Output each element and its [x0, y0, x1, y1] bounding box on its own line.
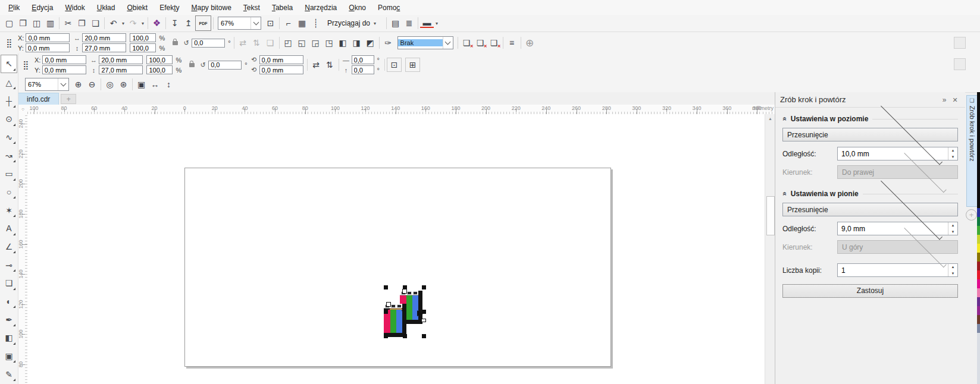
palette-swatch[interactable] [977, 270, 980, 279]
welcome-screen-icon[interactable]: ▬ [420, 18, 434, 28]
weld-icon[interactable]: ◰ [281, 36, 295, 49]
palette-swatch[interactable] [977, 199, 980, 208]
object-y-input[interactable] [26, 43, 70, 52]
spin-down-icon[interactable]: ▼ [948, 229, 957, 235]
object-width-input[interactable] [82, 33, 126, 42]
copies-input[interactable] [838, 264, 948, 276]
parallel-dimension-tool-icon[interactable]: ∠ [1, 238, 17, 256]
show-guidelines-icon[interactable]: ┊ [309, 17, 323, 30]
text-tool-icon[interactable]: A [1, 220, 17, 237]
cut-icon[interactable]: ✂ [61, 17, 75, 30]
palette-swatch[interactable] [977, 190, 980, 199]
smart-fill-tool-icon[interactable]: ▣ [1, 348, 17, 365]
menu-pomoc[interactable]: Pomoc [372, 1, 406, 14]
zoom-level-combo[interactable] [25, 78, 69, 91]
zoom-to-selection-icon[interactable]: ◎ [103, 78, 117, 91]
menu-widok[interactable]: Widok [59, 1, 90, 14]
object-x-input[interactable] [26, 33, 70, 42]
toolbar-overflow-icon[interactable] [954, 37, 966, 49]
palette-swatch[interactable] [977, 235, 980, 244]
selection-handle[interactable] [403, 285, 407, 289]
rectangle-tool-icon[interactable]: ▭ [1, 165, 17, 182]
palette-swatch[interactable] [977, 226, 980, 235]
node-marker[interactable] [386, 302, 391, 307]
menu-narzędzia[interactable]: Narzędzia [299, 1, 343, 14]
transform-height-input[interactable] [99, 65, 143, 74]
selection-center-marker[interactable]: ✕ [401, 307, 406, 313]
undo-caret-icon[interactable]: ▾ [120, 17, 126, 30]
selection-handle[interactable] [384, 334, 388, 338]
scale-y-input[interactable] [130, 43, 156, 52]
ruler-origin-button[interactable]: ⁘ [18, 105, 28, 115]
zoom-level-input[interactable] [26, 80, 58, 89]
section-horizontal-header[interactable]: Ustawienia w poziomie [782, 115, 958, 123]
paste-icon[interactable]: ❑ [89, 17, 102, 30]
object-styles-icon[interactable]: ≣ [402, 17, 416, 30]
options-dialog-icon[interactable]: ▤ [389, 17, 402, 30]
outline-width-combo[interactable]: Brak [397, 36, 453, 49]
import-icon[interactable]: ↧ [168, 17, 181, 30]
simplify-icon[interactable]: ◳ [323, 36, 336, 49]
menu-tabela[interactable]: Tabela [266, 1, 299, 14]
intersect-icon[interactable]: ◲ [309, 36, 323, 49]
ellipse-tool-icon[interactable]: ○ [1, 184, 17, 201]
outline-pen-tool-icon[interactable]: ✎ [1, 366, 17, 383]
menu-obiekt[interactable]: Obiekt [121, 1, 154, 14]
vertical-scrollbar[interactable]: ▲ [765, 114, 775, 384]
color-palette[interactable] [977, 92, 980, 384]
save-icon[interactable]: ◫ [30, 17, 43, 30]
shape-tool-icon[interactable]: △ [1, 74, 17, 92]
menu-plik[interactable]: Plik [2, 1, 26, 14]
rotation-angle-input[interactable] [192, 39, 225, 48]
clear-mask-icon[interactable]: ❏ [474, 36, 487, 49]
rotation-center-y-input[interactable] [259, 65, 303, 74]
transparency-tool-icon[interactable]: ◐ [1, 293, 17, 310]
copies-field[interactable]: ▲▼ [837, 263, 958, 277]
palette-swatch[interactable] [977, 208, 980, 217]
horizontal-mode-select[interactable]: Przesunięcie [782, 128, 958, 141]
menu-mapy-bitowe[interactable]: Mapy bitowe [185, 1, 237, 14]
document-tab[interactable]: info.cdr [18, 93, 59, 105]
horizontal-ruler[interactable]: milimetry 100806040200204060801001201401… [27, 105, 775, 115]
color-eyedropper-tool-icon[interactable]: ✒ [1, 311, 17, 328]
spinner[interactable]: ▲▼ [948, 264, 957, 276]
zoom-to-page-width-icon[interactable]: ↔ [148, 78, 162, 91]
flip-vertical-icon[interactable]: ⇅ [323, 58, 337, 71]
relative-position-icon[interactable]: ⊞ [405, 58, 420, 72]
horizontal-distance-field[interactable]: ▲▼ [837, 147, 958, 160]
freehand-tool-icon[interactable]: ∿ [1, 129, 17, 146]
section-vertical-header[interactable]: Ustawienia w pionie [782, 190, 958, 198]
skew-vertical-input[interactable] [352, 65, 374, 74]
menu-układ[interactable]: Układ [91, 1, 121, 14]
palette-swatch[interactable] [977, 288, 980, 297]
selection-handle[interactable] [422, 310, 426, 314]
palette-swatch[interactable] [977, 324, 980, 333]
lock-ratio-icon[interactable] [189, 63, 195, 67]
apply-button[interactable]: Zastosuj [782, 284, 958, 298]
selection-handle[interactable] [422, 334, 426, 338]
palette-swatch[interactable] [977, 315, 980, 324]
artistic-media-tool-icon[interactable]: ↝ [1, 147, 17, 164]
docker-flyout-icon[interactable] [939, 96, 950, 104]
palette-swatch[interactable] [977, 110, 980, 119]
lock-ratio-icon[interactable] [173, 41, 178, 45]
group-objects-icon[interactable]: ❏ [264, 36, 277, 49]
menu-okno[interactable]: Okno [343, 1, 372, 14]
spinner[interactable]: ▲▼ [948, 147, 957, 160]
drawing-canvas[interactable]: ✕ [27, 114, 765, 384]
toolbar-overflow-icon[interactable] [954, 58, 966, 70]
selected-object-group[interactable]: ✕ [384, 285, 426, 338]
undo-icon[interactable]: ↶ [107, 17, 120, 30]
quick-customize-icon[interactable]: ⊕ [523, 36, 537, 49]
zoom-tool-icon[interactable]: ⊙ [1, 111, 17, 128]
palette-swatch[interactable] [977, 119, 980, 128]
vertical-mode-select[interactable]: Przesunięcie [782, 203, 958, 216]
back-minus-front-icon[interactable]: ◨ [350, 36, 364, 49]
docker-close-icon[interactable] [950, 96, 960, 104]
palette-swatch[interactable] [977, 172, 980, 181]
spin-up-icon[interactable]: ▲ [948, 222, 957, 229]
transform-y-input[interactable] [42, 65, 86, 74]
palette-swatch[interactable] [977, 253, 980, 262]
clear-envelope-icon[interactable]: ❏ [487, 36, 501, 49]
scale-x-input[interactable] [130, 33, 156, 42]
